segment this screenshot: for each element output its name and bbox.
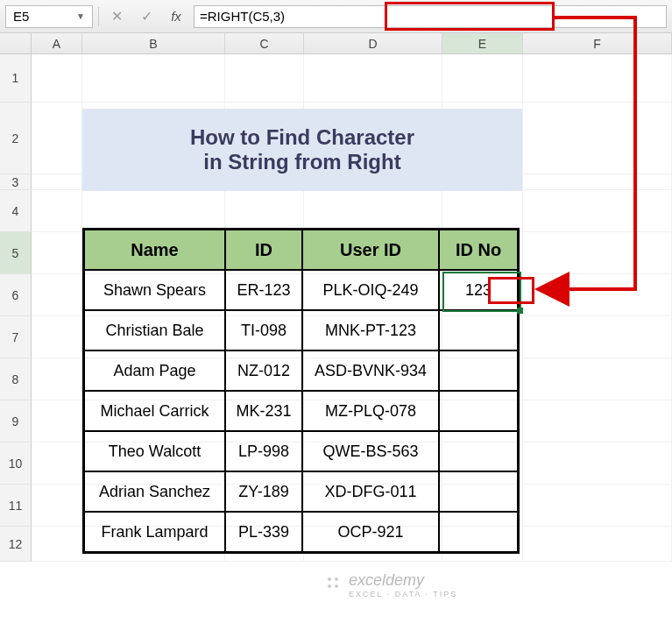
cell-id[interactable]: ER-123 [225,270,302,310]
name-box[interactable]: E5 ▼ [5,5,93,28]
cancel-icon[interactable]: ✕ [104,7,129,26]
cell-idno[interactable]: 123 [439,270,518,310]
formula-bar[interactable] [194,5,667,28]
cell[interactable] [442,190,523,232]
formula-toolbar: E5 ▼ ✕ ✓ fx [0,0,672,33]
row-header-10[interactable]: 10 [0,442,32,485]
cell-idno[interactable] [439,350,518,391]
cell[interactable] [523,400,672,442]
cell[interactable] [32,316,82,358]
cell[interactable] [523,527,672,562]
row-header-4[interactable]: 4 [0,190,32,232]
formula-input[interactable] [200,9,661,24]
cell-id[interactable]: LP-998 [225,431,302,471]
cell[interactable] [32,103,82,174]
cell[interactable] [32,527,82,562]
cell-id[interactable]: ZY-189 [225,471,302,512]
col-header-A[interactable]: A [32,33,82,53]
cell-userid[interactable]: XD-DFG-011 [302,471,439,512]
cell-userid[interactable]: PLK-OIQ-249 [302,270,439,310]
cell-idno[interactable] [439,512,518,552]
cell-idno[interactable] [439,391,518,431]
row-header-9[interactable]: 9 [0,400,32,442]
select-all-corner[interactable] [0,33,32,53]
chevron-down-icon[interactable]: ▼ [76,11,85,21]
header-userid[interactable]: User ID [302,230,439,270]
cell[interactable] [32,190,82,232]
header-name[interactable]: Name [84,230,225,270]
cell[interactable] [442,54,523,103]
table-row: Michael CarrickMK-231MZ-PLQ-078 [84,391,518,431]
row-header-3[interactable]: 3 [0,174,32,190]
header-idno[interactable]: ID No [439,230,518,270]
header-id[interactable]: ID [225,230,302,270]
cell[interactable] [225,54,304,103]
cell-idno[interactable] [439,310,518,350]
cell-userid[interactable]: MZ-PLQ-078 [302,391,439,431]
cell[interactable] [32,54,82,103]
cell-userid[interactable]: ASD-BVNK-934 [302,350,439,391]
cell-name[interactable]: Shawn Spears [84,270,225,310]
cell-userid[interactable]: QWE-BS-563 [302,431,439,471]
cell[interactable] [523,316,672,358]
cell[interactable] [523,103,672,174]
col-header-C[interactable]: C [225,33,304,53]
cell[interactable] [32,174,82,190]
cell-id[interactable]: MK-231 [225,391,302,431]
table-row: Theo WalcottLP-998QWE-BS-563 [84,431,518,471]
row-header-8[interactable]: 8 [0,358,32,400]
cell[interactable] [523,442,672,485]
row-header-7[interactable]: 7 [0,316,32,358]
watermark-brand: exceldemy [349,571,457,590]
worksheet-grid[interactable]: 1 2 3 4 5 6 7 8 9 10 11 12 How to Find C… [0,54,672,562]
cell[interactable] [32,358,82,400]
cell[interactable] [32,442,82,485]
cell-userid[interactable]: OCP-921 [302,512,439,552]
cell[interactable] [523,274,672,316]
cell[interactable] [32,274,82,316]
table-row: Adam PageNZ-012ASD-BVNK-934 [84,350,518,391]
cell-name[interactable]: Frank Lampard [84,512,225,552]
watermark: exceldemy EXCEL · DATA · TIPS [328,571,457,598]
row-header-12[interactable]: 12 [0,527,32,562]
cell[interactable] [523,358,672,400]
row-header-6[interactable]: 6 [0,274,32,316]
row-header-2[interactable]: 2 [0,103,32,174]
fx-icon[interactable]: fx [164,7,188,26]
cell-name[interactable]: Adam Page [84,350,225,391]
row-header-5[interactable]: 5 [0,232,32,274]
cell-id[interactable]: NZ-012 [225,350,302,391]
cell[interactable] [32,485,82,527]
cell[interactable] [523,232,672,274]
title-line1: How to Find Character [190,125,414,150]
cell-idno[interactable] [439,471,518,512]
separator [98,7,99,26]
cell-userid[interactable]: MNK-PT-123 [302,310,439,350]
cell[interactable] [82,190,225,232]
cell[interactable] [304,54,442,103]
cell-name[interactable]: Michael Carrick [84,391,225,431]
row-header-11[interactable]: 11 [0,485,32,527]
cell[interactable] [523,54,672,103]
cell-name[interactable]: Adrian Sanchez [84,471,225,512]
cell[interactable] [32,400,82,442]
cell[interactable] [225,190,304,232]
enter-icon[interactable]: ✓ [134,7,159,26]
cell-id[interactable]: TI-098 [225,310,302,350]
cell-name[interactable]: Christian Bale [84,310,225,350]
title-line2: in String from Right [203,150,400,174]
cell[interactable] [523,485,672,527]
col-header-B[interactable]: B [82,33,225,53]
col-header-F[interactable]: F [523,33,672,53]
cell[interactable] [82,54,225,103]
row-header-1[interactable]: 1 [0,54,32,103]
cell-id[interactable]: PL-339 [225,512,302,552]
cell[interactable] [523,174,672,190]
col-header-D[interactable]: D [304,33,442,53]
cell[interactable] [304,190,442,232]
cell[interactable] [32,232,82,274]
cell-name[interactable]: Theo Walcott [84,431,225,471]
col-header-E[interactable]: E [442,33,523,53]
cell[interactable] [523,190,672,232]
cell-idno[interactable] [439,431,518,471]
